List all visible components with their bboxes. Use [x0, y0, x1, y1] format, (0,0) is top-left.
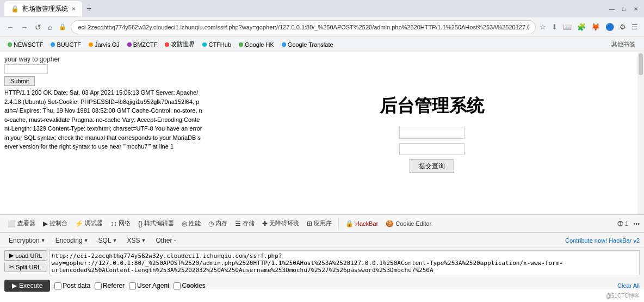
scrollbar[interactable] — [637, 52, 644, 214]
hackbar-bottom: ▶ Execute Post data Referer User Agent C… — [0, 280, 644, 292]
devtools-debugger[interactable]: ⚡ 调试器 — [72, 218, 106, 229]
reload-button[interactable]: ↺ — [33, 21, 44, 34]
appenv-label: 应用序 — [314, 219, 332, 227]
back-button[interactable]: ← — [4, 21, 16, 34]
performance-icon: ◎ — [182, 220, 187, 227]
devtools-performance[interactable]: ◎ 性能 — [178, 218, 204, 229]
console-label: 控制台 — [49, 219, 67, 227]
bookmark-newsctf[interactable]: NEWSCTF — [4, 40, 46, 49]
other-label: Other - — [156, 237, 176, 244]
ssrf-page: your way to gopher Submit HTTP/1.1 200 O… — [0, 52, 207, 214]
accessibility-icon: ✚ — [262, 220, 268, 227]
bookmark-jarvis[interactable]: Jarvis OJ — [85, 40, 123, 49]
other-bookmarks[interactable]: 其他书签 — [607, 39, 640, 50]
bookmark-favicon-ctfhub — [202, 42, 207, 47]
extension-icon[interactable]: 🧩 — [575, 21, 587, 33]
bookmark-attack[interactable]: 攻防世界 — [162, 39, 198, 50]
admin-page-preview: 后台管理系统 提交查询 — [220, 52, 644, 214]
home-button[interactable]: ⌂ — [46, 21, 54, 34]
cookies-checkbox[interactable] — [174, 282, 181, 289]
hackbar-side-buttons: ▶ Load URL ✂ Split URL — [4, 250, 47, 275]
hackbar-xss-menu[interactable]: XSS ▼ — [123, 236, 151, 245]
hackbar-other-menu[interactable]: Other - — [151, 236, 180, 245]
devtools-appenv[interactable]: ⊞ 应用序 — [304, 218, 335, 229]
watermark: @51CTO博客 — [606, 292, 640, 300]
user-agent-checkbox[interactable] — [129, 282, 136, 289]
bookmark-favicon-jarvis — [89, 42, 93, 47]
devtools-inspector[interactable]: ⬜ 查看器 — [4, 218, 39, 229]
split-url-icon: ✂ — [9, 263, 14, 270]
devtools-memory[interactable]: ◷ 内存 — [205, 218, 231, 229]
sql-label: SQL — [98, 237, 112, 244]
clear-all-link[interactable]: Clear All — [617, 282, 640, 289]
cookies-label: Cookies — [182, 282, 205, 289]
split-url-button[interactable]: ✂ Split URL — [4, 262, 47, 272]
devtools-network[interactable]: ↕↕ 网络 — [107, 218, 134, 229]
storage-label: 存储 — [243, 219, 255, 227]
bookmark-ctfhub[interactable]: CTFHub — [199, 40, 234, 49]
submit-button[interactable]: Submit — [4, 76, 35, 86]
maximize-button[interactable]: □ — [620, 5, 628, 13]
username-input[interactable] — [399, 127, 465, 139]
menu-icon[interactable]: ☰ — [630, 21, 640, 33]
hackbar-sql-menu[interactable]: SQL ▼ — [94, 236, 122, 245]
dots-menu[interactable]: ••• — [633, 220, 640, 227]
devtools-storage[interactable]: ☰ 存储 — [232, 218, 258, 229]
bookmark-googlehk[interactable]: Google HK — [236, 40, 277, 49]
network-icon: ↕↕ — [110, 220, 117, 227]
active-tab[interactable]: 🔒 靶场微管理系统 ✕ — [4, 1, 82, 16]
network-label: 网络 — [119, 219, 131, 227]
referer-checkbox[interactable] — [95, 282, 102, 289]
load-url-button[interactable]: ▶ Load URL — [4, 250, 47, 261]
tab-title: 靶场微管理系统 — [22, 4, 68, 14]
hackbar-url-textarea[interactable]: http://eci-2zecqhthq774y562w32y.cloudeci… — [49, 250, 640, 275]
minimize-button[interactable]: — — [608, 5, 616, 13]
split-url-label: Split URL — [16, 264, 41, 270]
page-input-row — [4, 64, 202, 74]
encoding-label: Encoding — [55, 237, 83, 244]
bookmark-label-googletranslate: Google Translate — [288, 41, 333, 48]
hackbar-icon: 🔒 — [345, 220, 354, 227]
hackbar-encryption-menu[interactable]: Encryption ▼ — [4, 236, 50, 245]
sql-dropdown-icon: ▼ — [113, 238, 117, 243]
load-url-label: Load URL — [15, 252, 42, 259]
forward-button[interactable]: → — [18, 21, 30, 34]
page-gopher-label: your way to gopher — [4, 56, 202, 63]
extension2-icon[interactable]: 🦊 — [590, 21, 602, 33]
star-icon[interactable]: ☆ — [538, 21, 548, 33]
new-tab-button[interactable]: + — [83, 4, 95, 14]
hackbar-encoding-menu[interactable]: Encoding ▼ — [51, 236, 93, 245]
cookies-checkbox-label[interactable]: Cookies — [174, 282, 205, 289]
user-agent-checkbox-label[interactable]: User Agent — [129, 282, 169, 289]
execute-button[interactable]: ▶ Execute — [4, 280, 50, 292]
referer-checkbox-label[interactable]: Referer — [95, 282, 125, 289]
address-icons: ☆ ⬇ 📖 🧩 🦊 🔵 ⚙ ☰ — [538, 21, 640, 33]
url-input[interactable] — [71, 20, 536, 34]
devtools-cookie-editor[interactable]: 🍪 Cookie Editor — [382, 218, 435, 229]
settings-icon[interactable]: ⚙ — [618, 21, 628, 33]
extension3-icon[interactable]: 🔵 — [604, 21, 616, 33]
devtools-hackbar[interactable]: 🔒 HackBar — [342, 218, 381, 229]
memory-label: 内存 — [215, 219, 227, 227]
style-editor-icon: {} — [138, 220, 143, 227]
download-icon[interactable]: ⬇ — [550, 21, 559, 33]
window-close-button[interactable]: ✕ — [632, 5, 640, 13]
bookmark-googletranslate[interactable]: Google Translate — [278, 40, 337, 49]
login-submit-button[interactable]: 提交查询 — [410, 159, 454, 173]
devtools-accessibility[interactable]: ✚ 无障碍环境 — [259, 218, 302, 229]
encoding-dropdown-icon: ▼ — [84, 238, 89, 243]
devtools-style-editor[interactable]: {} 样式编辑器 — [135, 218, 177, 229]
bookmark-label-ctfhub: CTFHub — [208, 41, 231, 48]
post-data-checkbox[interactable] — [54, 282, 61, 289]
password-input[interactable] — [399, 143, 465, 155]
post-data-checkbox-label[interactable]: Post data — [54, 282, 90, 289]
reader-icon[interactable]: 📖 — [561, 21, 573, 33]
execute-icon: ▶ — [12, 282, 17, 289]
devtools-separator — [338, 218, 339, 229]
contribute-link[interactable]: Contribute now! HackBar v2 — [565, 237, 640, 244]
tab-close-button[interactable]: ✕ — [71, 6, 76, 12]
bookmark-bmzctf[interactable]: BMZCTF — [124, 40, 161, 49]
gopher-input[interactable] — [4, 64, 48, 74]
devtools-console[interactable]: ▶ 控制台 — [40, 218, 71, 229]
bookmark-buuctf[interactable]: BUUCTF — [47, 40, 84, 49]
